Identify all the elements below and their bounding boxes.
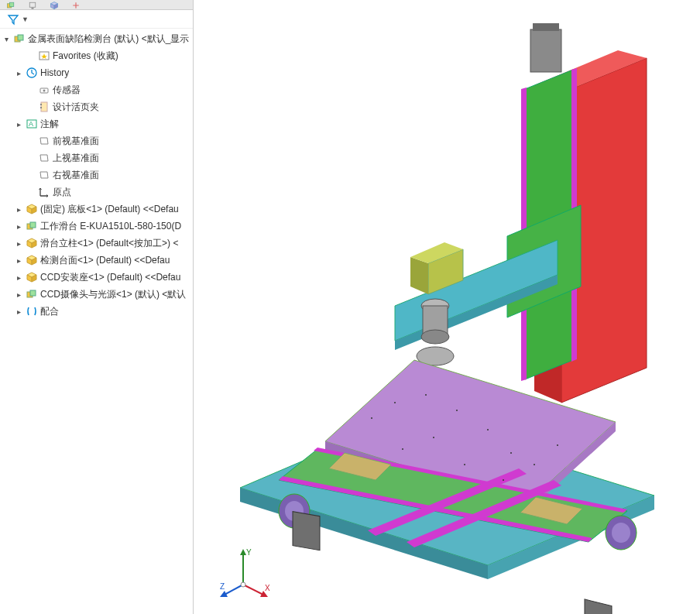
svg-point-61 xyxy=(510,452,512,454)
tree-label: (固定) 底板<1> (Default) <<Defau xyxy=(40,203,179,216)
tree-label: 注解 xyxy=(40,118,59,131)
tree-mates[interactable]: ▸ 配合 xyxy=(0,303,193,320)
triad-x-label: X xyxy=(265,584,270,592)
svg-rect-11 xyxy=(40,104,42,105)
dropdown-icon: ▼ xyxy=(22,15,29,23)
tree-comp-ccdmount[interactable]: ▸ CCD安装座<1> (Default) <<Defau xyxy=(0,269,193,286)
svg-point-56 xyxy=(371,417,372,419)
subassembly-icon xyxy=(26,288,38,300)
svg-point-67 xyxy=(557,444,558,446)
tree-comp-base[interactable]: ▸ (固定) 底板<1> (Default) <<Defau xyxy=(0,201,193,218)
tree-label: 滑台立柱<1> (Default<按加工>) < xyxy=(40,237,178,250)
tree-label: CCD安装座<1> (Default) <<Defau xyxy=(40,271,180,284)
plane-icon xyxy=(38,135,50,147)
tree-label: 配合 xyxy=(40,305,59,318)
tree-right-plane[interactable]: 右视基准面 xyxy=(0,166,193,184)
tree-label: 右视基准面 xyxy=(53,169,99,182)
svg-rect-53 xyxy=(585,599,612,614)
svg-text:A: A xyxy=(29,120,33,128)
tree-annotations[interactable]: ▸ A 注解 xyxy=(0,115,193,132)
svg-rect-50 xyxy=(293,512,320,551)
origin-icon xyxy=(38,186,50,198)
feature-tree[interactable]: ▾ 金属表面缺陷检测台 (默认) <默认_显示 Favorites (收藏) ▸… xyxy=(0,29,193,321)
sensor-icon xyxy=(38,84,50,96)
triad-y-label: Y xyxy=(246,548,252,557)
part-icon xyxy=(26,237,38,249)
part-icon xyxy=(26,271,38,283)
svg-point-74 xyxy=(241,582,245,587)
triad-z-label: Z xyxy=(220,582,225,591)
expand-icon[interactable]: ▸ xyxy=(14,239,23,248)
svg-line-70 xyxy=(243,585,265,595)
expand-icon[interactable]: ▸ xyxy=(14,307,23,316)
expand-icon[interactable]: ▸ xyxy=(14,120,23,129)
svg-rect-16 xyxy=(30,222,36,228)
expand-icon[interactable]: ▸ xyxy=(14,69,23,77)
tree-comp-ccdcam[interactable]: ▸ CCD摄像头与光源<1> (默认) <默认 xyxy=(0,286,193,303)
svg-point-64 xyxy=(464,464,465,465)
plane-icon xyxy=(38,152,50,164)
tab-assembly-icon[interactable] xyxy=(0,0,22,10)
tree-design-folder[interactable]: 设计活页夹 xyxy=(0,98,193,115)
tree-history[interactable]: ▸ History xyxy=(0,64,193,81)
subassembly-icon xyxy=(26,220,38,232)
tree-label: CCD摄像头与光源<1> (默认) <默认 xyxy=(40,288,186,301)
binder-icon xyxy=(38,101,50,113)
assembly-icon xyxy=(13,33,26,45)
expand-icon[interactable]: ▸ xyxy=(14,222,23,231)
svg-point-59 xyxy=(456,410,458,411)
svg-marker-34 xyxy=(410,257,428,294)
tree-comp-slide[interactable]: ▸ 工作滑台 E-KUA1510L-580-150(D xyxy=(0,218,193,235)
svg-point-66 xyxy=(534,464,535,465)
favorites-icon xyxy=(38,50,50,62)
svg-point-63 xyxy=(402,448,403,450)
history-icon xyxy=(26,67,38,79)
expand-icon[interactable]: ▸ xyxy=(14,290,23,299)
graphics-viewport[interactable]: Y X Z xyxy=(194,0,700,614)
svg-rect-28 xyxy=(530,29,561,72)
annotation-icon: A xyxy=(26,118,38,130)
expand-icon[interactable]: ▸ xyxy=(14,256,23,265)
svg-rect-12 xyxy=(40,107,42,108)
tree-label: 原点 xyxy=(53,186,71,199)
part-icon xyxy=(26,254,38,266)
svg-point-65 xyxy=(503,479,504,481)
svg-point-9 xyxy=(43,90,46,92)
tree-origin[interactable]: 原点 xyxy=(0,184,193,201)
tab-display-icon[interactable] xyxy=(22,0,43,10)
tree-front-plane[interactable]: 前视基准面 xyxy=(0,132,193,149)
tab-cube-icon[interactable] xyxy=(43,0,65,10)
tree-root-assembly[interactable]: ▾ 金属表面缺陷检测台 (默认) <默认_显示 xyxy=(0,30,193,47)
tab-arrows-icon[interactable] xyxy=(65,0,87,10)
expand-icon[interactable]: ▸ xyxy=(14,273,23,282)
svg-rect-1 xyxy=(10,2,14,6)
filter-icon xyxy=(7,13,19,26)
svg-rect-3 xyxy=(32,8,34,9)
tree-favorites[interactable]: Favorites (收藏) xyxy=(0,47,193,64)
feature-tree-panel: ▼ ▾ 金属表面缺陷检测台 (默认) <默认_显示 Favorites (收藏)… xyxy=(0,0,194,614)
svg-point-57 xyxy=(394,402,396,403)
expand-icon[interactable]: ▾ xyxy=(2,35,11,43)
view-triad[interactable]: Y X Z xyxy=(220,547,274,602)
tree-label: 工作滑台 E-KUA1510L-580-150(D xyxy=(40,220,181,233)
tree-top-plane[interactable]: 上视基准面 xyxy=(0,149,193,166)
svg-point-38 xyxy=(421,330,449,344)
tree-label: 前视基准面 xyxy=(53,135,99,148)
tree-sensor[interactable]: 传感器 xyxy=(0,81,193,98)
model-render xyxy=(194,0,700,614)
tree-tab-strip[interactable] xyxy=(0,0,193,10)
svg-point-60 xyxy=(487,429,489,430)
svg-rect-10 xyxy=(41,102,47,111)
filter-row[interactable]: ▼ xyxy=(0,10,193,29)
tree-label: 金属表面缺陷检测台 (默认) <默认_显示 xyxy=(28,33,189,46)
svg-rect-29 xyxy=(533,23,559,31)
tree-label: 设计活页夹 xyxy=(53,101,99,114)
tree-label: Favorites (收藏) xyxy=(53,50,118,63)
tree-label: 传感器 xyxy=(53,84,81,97)
tree-comp-table[interactable]: ▸ 检测台面<1> (Default) <<Defau xyxy=(0,252,193,269)
svg-point-62 xyxy=(433,437,434,438)
expand-icon[interactable]: ▸ xyxy=(14,205,23,214)
svg-rect-18 xyxy=(30,290,36,296)
tree-comp-column[interactable]: ▸ 滑台立柱<1> (Default<按加工>) < xyxy=(0,235,193,252)
mates-icon xyxy=(26,305,38,317)
